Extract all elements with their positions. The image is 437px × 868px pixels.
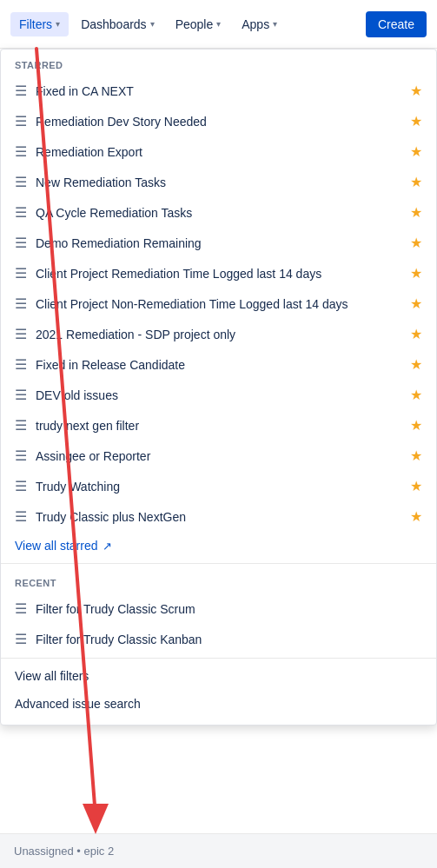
filter-icon: ☰ bbox=[15, 83, 27, 99]
filter-icon: ☰ bbox=[15, 356, 27, 373]
people-label: People bbox=[175, 17, 214, 31]
filter-icon: ☰ bbox=[15, 113, 27, 129]
bottom-bar-text: Unassigned • epic 2 bbox=[14, 845, 114, 858]
star-icon-8: ★ bbox=[410, 326, 422, 342]
dashboards-chevron-icon: ▾ bbox=[150, 19, 155, 29]
star-icon-14: ★ bbox=[410, 508, 422, 525]
filter-icon: ☰ bbox=[15, 295, 27, 312]
starred-item-3[interactable]: ☰ New Remediation Tasks ★ bbox=[1, 167, 436, 197]
filter-icon: ☰ bbox=[15, 235, 27, 251]
advanced-issue-search-link[interactable]: Advanced issue search bbox=[1, 690, 436, 718]
starred-item-4[interactable]: ☰ QA Cycle Remediation Tasks ★ bbox=[1, 197, 436, 228]
starred-item-13[interactable]: ☰ Trudy Watching ★ bbox=[1, 471, 436, 501]
view-all-starred-label: View all starred bbox=[15, 539, 97, 553]
view-all-starred-link[interactable]: View all starred ↗ bbox=[1, 532, 436, 560]
starred-item-label-10: DEV old issues bbox=[36, 388, 401, 402]
section-divider bbox=[1, 563, 436, 564]
filter-icon: ☰ bbox=[15, 508, 27, 525]
star-icon-5: ★ bbox=[410, 235, 422, 251]
star-icon-4: ★ bbox=[410, 204, 422, 221]
recent-item-1[interactable]: ☰ Filter for Trudy Classic Kanban bbox=[1, 624, 436, 654]
starred-item-label-7: Client Project Non-Remediation Time Logg… bbox=[36, 297, 401, 311]
starred-item-label-13: Trudy Watching bbox=[36, 480, 401, 494]
filter-icon: ☰ bbox=[15, 447, 27, 464]
starred-section-header: STARRED bbox=[1, 50, 436, 76]
filter-icon: ☰ bbox=[15, 417, 27, 434]
filters-menu-button[interactable]: Filters ▾ bbox=[10, 12, 69, 36]
starred-item-label-4: QA Cycle Remediation Tasks bbox=[36, 206, 401, 220]
starred-item-7[interactable]: ☰ Client Project Non-Remediation Time Lo… bbox=[1, 288, 436, 319]
filter-icon: ☰ bbox=[15, 478, 27, 494]
starred-item-9[interactable]: ☰ Fixed in Release Candidate ★ bbox=[1, 349, 436, 380]
dashboards-label: Dashboards bbox=[81, 17, 147, 31]
starred-item-label-3: New Remediation Tasks bbox=[36, 176, 401, 189]
star-icon-10: ★ bbox=[410, 387, 422, 403]
svg-marker-1 bbox=[83, 804, 109, 834]
star-icon-9: ★ bbox=[410, 356, 422, 373]
filter-icon: ☰ bbox=[15, 600, 27, 617]
starred-item-label-5: Demo Remediation Remaining bbox=[36, 236, 401, 250]
create-button[interactable]: Create bbox=[366, 11, 427, 37]
external-link-icon: ↗ bbox=[103, 540, 112, 553]
star-icon-12: ★ bbox=[410, 447, 422, 464]
section-divider-2 bbox=[1, 658, 436, 659]
filters-chevron-icon: ▾ bbox=[56, 19, 60, 29]
apps-menu-button[interactable]: Apps ▾ bbox=[233, 12, 286, 36]
apps-label: Apps bbox=[242, 17, 269, 31]
recent-item-label-1: Filter for Trudy Classic Kanban bbox=[36, 633, 422, 646]
recent-item-label-0: Filter for Trudy Classic Scrum bbox=[36, 602, 422, 616]
star-icon-13: ★ bbox=[410, 478, 422, 494]
recent-section-header: RECENT bbox=[1, 567, 436, 593]
filter-icon: ☰ bbox=[15, 143, 27, 160]
recent-item-0[interactable]: ☰ Filter for Trudy Classic Scrum bbox=[1, 593, 436, 624]
starred-item-0[interactable]: ☰ Fixed in CA NEXT ★ bbox=[1, 76, 436, 106]
starred-item-label-11: trudy next gen filter bbox=[36, 419, 401, 433]
people-menu-button[interactable]: People ▾ bbox=[167, 12, 230, 36]
filter-icon: ☰ bbox=[15, 265, 27, 282]
bottom-bar: Unassigned • epic 2 bbox=[0, 833, 437, 868]
advanced-issue-search-label: Advanced issue search bbox=[15, 697, 141, 711]
starred-item-label-6: Client Project Remediation Time Logged l… bbox=[36, 267, 401, 281]
starred-item-label-9: Fixed in Release Candidate bbox=[36, 358, 401, 372]
filter-icon: ☰ bbox=[15, 631, 27, 647]
starred-item-label-12: Assingee or Reporter bbox=[36, 449, 401, 463]
view-all-filters-link[interactable]: View all filters bbox=[1, 662, 436, 690]
starred-item-label-2: Remediation Export bbox=[36, 145, 401, 159]
starred-item-14[interactable]: ☰ Trudy Classic plus NextGen ★ bbox=[1, 501, 436, 532]
star-icon-3: ★ bbox=[410, 174, 422, 190]
starred-item-label-8: 2021 Remediation - SDP project only bbox=[36, 328, 401, 341]
star-icon-11: ★ bbox=[410, 417, 422, 434]
starred-item-6[interactable]: ☰ Client Project Remediation Time Logged… bbox=[1, 258, 436, 288]
filters-dropdown: STARRED ☰ Fixed in CA NEXT ★ ☰ Remediati… bbox=[0, 49, 437, 726]
starred-item-label-1: Remediation Dev Story Needed bbox=[36, 115, 401, 129]
star-icon-0: ★ bbox=[410, 83, 422, 99]
view-all-filters-label: View all filters bbox=[15, 669, 89, 683]
starred-item-10[interactable]: ☰ DEV old issues ★ bbox=[1, 380, 436, 410]
star-icon-2: ★ bbox=[410, 143, 422, 160]
starred-item-12[interactable]: ☰ Assingee or Reporter ★ bbox=[1, 441, 436, 471]
filter-icon: ☰ bbox=[15, 174, 27, 190]
star-icon-7: ★ bbox=[410, 295, 422, 312]
navbar: Filters ▾ Dashboards ▾ People ▾ Apps ▾ C… bbox=[0, 0, 437, 49]
filters-label: Filters bbox=[19, 17, 52, 31]
starred-item-2[interactable]: ☰ Remediation Export ★ bbox=[1, 136, 436, 167]
filter-icon: ☰ bbox=[15, 326, 27, 342]
starred-item-label-14: Trudy Classic plus NextGen bbox=[36, 510, 401, 524]
filter-icon: ☰ bbox=[15, 204, 27, 221]
starred-item-11[interactable]: ☰ trudy next gen filter ★ bbox=[1, 410, 436, 441]
dashboards-menu-button[interactable]: Dashboards ▾ bbox=[72, 12, 163, 36]
star-icon-1: ★ bbox=[410, 113, 422, 129]
starred-item-8[interactable]: ☰ 2021 Remediation - SDP project only ★ bbox=[1, 319, 436, 349]
starred-item-5[interactable]: ☰ Demo Remediation Remaining ★ bbox=[1, 228, 436, 258]
star-icon-6: ★ bbox=[410, 265, 422, 282]
apps-chevron-icon: ▾ bbox=[273, 19, 277, 29]
people-chevron-icon: ▾ bbox=[216, 19, 221, 29]
filter-icon: ☰ bbox=[15, 387, 27, 403]
starred-item-label-0: Fixed in CA NEXT bbox=[36, 84, 401, 98]
starred-item-1[interactable]: ☰ Remediation Dev Story Needed ★ bbox=[1, 106, 436, 136]
